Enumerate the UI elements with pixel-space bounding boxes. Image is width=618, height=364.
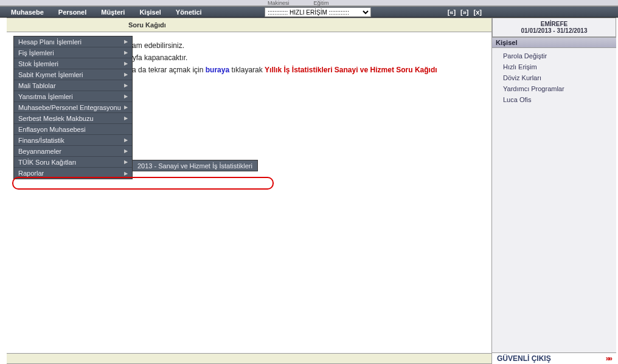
tuik-submenu: 2013 - Sanayi ve Hizmet İş İstatistikler… [132,160,258,171]
form-title-highlight: Yıllık İş İstatistikleri Sanayi ve Hizme… [265,66,437,74]
sidebar-items: Parola Değiştir Hızlı Erişim Döviz Kurla… [492,48,616,108]
body-line: ayfa kapanacaktır. [128,52,484,64]
muhasebe-dropdown: Hesap Planı İşlemleri▶ Fiş İşlemleri▶ St… [13,36,133,179]
menu-kisisel[interactable]: Kişisel [132,7,168,17]
body-line: vam edebilirsiniz. [128,39,484,52]
chevron-right-icon: ▶ [124,50,128,55]
quick-access-wrapper: :::::::::::: HIZLI ERİŞİM :::::::::::: [265,7,371,17]
chevron-right-icon: ▶ [124,115,128,121]
dd-label: Muhasebe/Personel Entegrasyonu [18,104,121,111]
fragment-label: Makinesi [268,0,290,5]
dd-item-fis[interactable]: Fiş İşlemleri▶ [14,47,132,58]
company-info-box: EMİREFE 01/01/2013 - 31/12/2013 [492,18,616,37]
chevron-right-icon: ▶ [124,72,128,77]
chevron-right-icon: ▶ [124,148,128,154]
content-footer-bar [7,353,491,364]
dd-item-raporlar[interactable]: Raporlar▶ [14,168,132,179]
menu-personel[interactable]: Personel [51,7,94,17]
menu-musteri[interactable]: Müşteri [94,7,132,17]
sidebar-section-kisisel[interactable]: Kişisel [492,37,616,48]
nav-buttons: [«] [»] [x] [448,7,487,17]
dd-item-yansitma[interactable]: Yansıtma İşlemleri▶ [14,91,132,102]
company-name: EMİREFE [495,21,613,27]
chevron-right-icon: ▶ [124,171,128,176]
logout-button[interactable]: GÜVENLİ ÇIKIŞ »» [492,352,616,364]
dd-label: Stok İşlemleri [18,60,58,67]
submenu-item-2013-sanayi[interactable]: 2013 - Sanayi ve Hizmet İş İstatistikler… [133,160,257,171]
dd-label: TÜİK Soru Kağıtları [18,159,76,166]
sidebar-item-luca-ofis[interactable]: Luca Ofis [503,94,616,105]
main-area: Soru Kağıdı vam edebilirsiniz. ayfa kapa… [7,18,491,364]
right-panel: EMİREFE 01/01/2013 - 31/12/2013 Kişisel … [491,18,616,364]
dd-label: Yansıtma İşlemleri [18,93,73,100]
dd-item-enflasyon[interactable]: Enflasyon Muhasebesi [14,124,132,135]
fragment-label: Eğitim [314,0,329,5]
logout-label: GÜVENLİ ÇIKIŞ [497,354,551,363]
main-menubar: Muhasebe Personel Müşteri Kişisel Yöneti… [0,6,618,18]
chevron-right-icon: ▶ [124,61,128,66]
chevron-right-icon: ▶ [124,137,128,143]
chevron-right-icon: ▶ [124,39,128,44]
body-text: tıklayarak [229,66,265,74]
body-line: ya da tekrar açmak için buraya tıklayara… [128,64,484,76]
quick-access-select[interactable]: :::::::::::: HIZLI ERİŞİM :::::::::::: [265,7,371,17]
open-again-link[interactable]: buraya [206,66,229,74]
dd-item-hesap-plani[interactable]: Hesap Planı İşlemleri▶ [14,36,132,47]
dd-label: Hesap Planı İşlemleri [18,38,82,46]
dd-item-finans[interactable]: Finans/İstatistik▶ [14,135,132,146]
dd-label: Finans/İstatistik [18,137,64,144]
chevron-right-icon: ▶ [124,94,128,99]
dd-label: Enflasyon Muhasebesi [18,126,86,133]
left-rail [0,18,7,364]
fiscal-period: 01/01/2013 - 31/12/2013 [495,27,613,34]
menu-yonetici[interactable]: Yönetici [168,7,209,17]
page-title-text: Soru Kağıdı [128,21,166,29]
dd-item-tuik[interactable]: TÜİK Soru Kağıtları▶ [14,157,132,168]
sidebar-item-yardimci[interactable]: Yardımcı Programlar [503,83,616,94]
sidebar-item-doviz[interactable]: Döviz Kurları [503,72,616,83]
nav-forward-button[interactable]: [»] [460,9,468,16]
dd-label: Beyannameler [18,148,61,155]
dd-label: Raporlar [18,170,44,177]
chevron-right-icon: ▶ [124,105,128,110]
sidebar-item-hizli-erisim[interactable]: Hızlı Erişim [503,61,616,72]
dd-label: Serbest Meslek Makbuzu [18,115,94,122]
nav-close-button[interactable]: [x] [474,9,482,16]
nav-back-button[interactable]: [«] [448,9,456,16]
dd-item-mali-tablolar[interactable]: Mali Tablolar▶ [14,80,132,91]
dd-item-sabit-kiymet[interactable]: Sabit Kıymet İşlemleri▶ [14,69,132,80]
top-toolbar-fragments: Makinesi Eğitim [0,0,618,6]
chevron-right-icon: ▶ [124,83,128,88]
dd-label: Sabit Kıymet İşlemleri [18,71,83,78]
sidebar-item-parola[interactable]: Parola Değiştir [503,50,616,61]
dd-item-stok[interactable]: Stok İşlemleri▶ [14,58,132,69]
dd-label: Mali Tablolar [18,82,56,89]
page-title: Soru Kağıdı [7,18,491,32]
body-text: ya da tekrar açmak için [128,66,206,74]
dd-item-beyannameler[interactable]: Beyannameler▶ [14,146,132,157]
menu-muhasebe[interactable]: Muhasebe [0,7,51,17]
chevron-right-icon: »» [606,354,611,363]
dd-label: Fiş İşlemleri [18,49,54,57]
chevron-right-icon: ▶ [124,159,128,165]
dd-item-entegrasyon[interactable]: Muhasebe/Personel Entegrasyonu▶ [14,102,132,113]
dd-item-smm[interactable]: Serbest Meslek Makbuzu▶ [14,113,132,124]
